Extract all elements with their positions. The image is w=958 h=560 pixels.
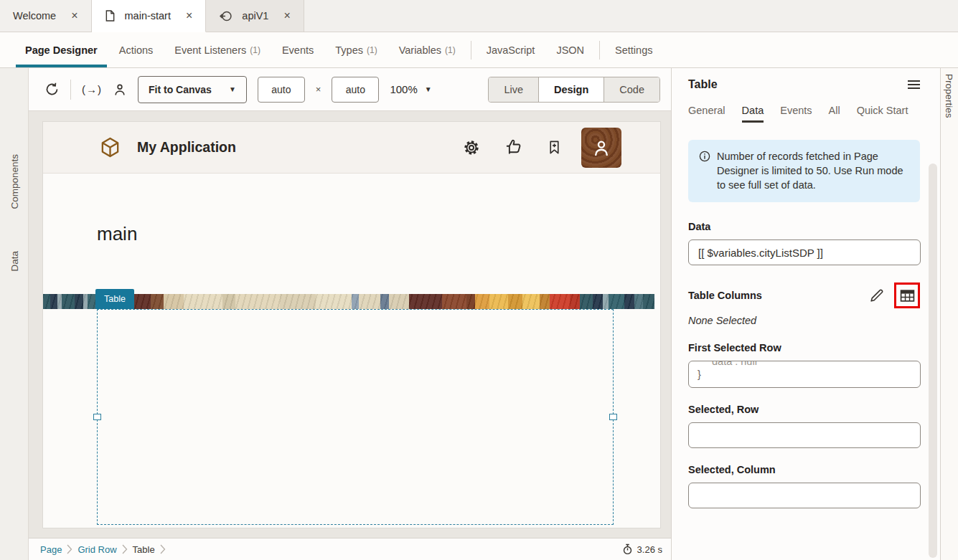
selected-column-label: Selected, Column [688, 464, 920, 475]
page-nav-bar: Page Designer Actions Event Listeners(1)… [0, 32, 958, 68]
thumbs-up-icon[interactable] [504, 138, 523, 157]
close-icon[interactable]: × [283, 9, 290, 22]
properties-title: Table [688, 78, 718, 91]
design-canvas: My Application main [29, 111, 671, 538]
chevron-right-icon [122, 544, 128, 554]
nav-divider [599, 41, 600, 60]
chevron-down-icon: ▼ [425, 85, 432, 93]
table-selection-outline[interactable] [97, 309, 614, 525]
rail-tab-data[interactable]: Data [9, 251, 19, 272]
selected-column-input[interactable] [688, 483, 921, 508]
dimension-separator: × [316, 84, 321, 95]
count-badge: (1) [367, 45, 377, 55]
breadcrumb-table[interactable]: Table [133, 544, 155, 555]
resize-handle-right[interactable] [609, 414, 617, 420]
info-banner-text: Number of records fetched in Page Design… [717, 149, 907, 192]
tab-apiv1[interactable]: apiV1 × [206, 0, 304, 32]
structure-breadcrumb-bar: Page Grid Row Table 3.26 s [29, 538, 671, 560]
window-tab-bar: Welcome × main-start × apiV1 × [0, 0, 958, 32]
nav-events[interactable]: Events [271, 32, 324, 67]
nav-javascript[interactable]: JavaScript [476, 32, 546, 67]
chevron-right-icon [160, 544, 166, 554]
app-title: My Application [137, 139, 236, 156]
toolbar-divider [70, 80, 71, 100]
canvas-toolbar: (→) Fit to Canvas ▼ × 100% ▼ Live Design… [29, 68, 671, 111]
tab-welcome[interactable]: Welcome × [0, 0, 92, 32]
rail-tab-properties[interactable]: Properties [944, 74, 954, 118]
ptab-events[interactable]: Events [780, 105, 812, 123]
tab-apiv1-label: apiV1 [242, 10, 268, 22]
page-file-icon [105, 9, 116, 22]
first-selected-row-label: First Selected Row [688, 342, 920, 353]
data-expression-input[interactable] [688, 239, 921, 265]
breadcrumb-page[interactable]: Page [40, 544, 62, 555]
chevron-down-icon: ▼ [229, 85, 236, 93]
user-avatar[interactable] [581, 128, 621, 168]
canvas-width-input[interactable] [258, 77, 305, 103]
nav-types[interactable]: Types(1) [324, 32, 388, 67]
first-selected-row-field[interactable]: data : null } [688, 361, 921, 388]
left-rail: Components Data Structure [0, 68, 29, 560]
count-badge: (1) [250, 45, 260, 55]
nav-page-designer[interactable]: Page Designer [14, 32, 108, 67]
tab-welcome-label: Welcome [13, 10, 56, 22]
ptab-data[interactable]: Data [742, 105, 764, 123]
refresh-icon[interactable] [44, 82, 60, 97]
go-to-flow-icon[interactable]: (→) [82, 83, 102, 95]
ptab-general[interactable]: General [688, 105, 725, 123]
nav-variables[interactable]: Variables(1) [388, 32, 466, 67]
fit-to-canvas-select[interactable]: Fit to Canvas ▼ [138, 76, 247, 103]
render-timer-value: 3.26 s [637, 544, 662, 555]
canvas-height-input[interactable] [332, 77, 379, 103]
ptab-quick-start[interactable]: Quick Start [857, 105, 908, 123]
edit-pencil-icon[interactable] [869, 288, 884, 303]
table-header-image[interactable] [43, 294, 654, 309]
menu-icon[interactable] [908, 78, 920, 91]
zoom-select[interactable]: 100% ▼ [390, 83, 431, 95]
tab-bar-filler [304, 0, 958, 32]
first-selected-row-value-line2: } [698, 368, 911, 381]
nav-json[interactable]: JSON [545, 32, 595, 67]
user-preview-icon[interactable] [113, 82, 127, 97]
ptab-all[interactable]: All [829, 105, 840, 123]
first-selected-row-value-line1: data : null [698, 361, 911, 368]
nav-event-listeners[interactable]: Event Listeners(1) [164, 32, 271, 67]
app-header-icons [462, 128, 621, 168]
stopwatch-icon [622, 544, 633, 555]
properties-tabs: General Data Events All Quick Start [688, 105, 920, 123]
tab-main-start[interactable]: main-start × [92, 0, 207, 32]
tab-main-start-label: main-start [125, 10, 171, 22]
page-preview[interactable]: My Application main [43, 122, 660, 528]
service-connection-icon [219, 9, 233, 23]
designer-area: (→) Fit to Canvas ▼ × 100% ▼ Live Design… [29, 68, 671, 560]
selected-row-input[interactable] [688, 422, 921, 448]
mode-live-button[interactable]: Live [489, 77, 538, 102]
mode-design-button[interactable]: Design [538, 77, 604, 102]
app-cube-icon [99, 136, 121, 158]
selected-row-label: Selected, Row [688, 404, 920, 415]
gear-icon[interactable] [462, 138, 481, 157]
column-picker-grid-icon[interactable] [900, 289, 915, 303]
resize-handle-left[interactable] [93, 414, 101, 420]
mode-switcher: Live Design Code [488, 77, 660, 103]
table-columns-status: None Selected [688, 315, 920, 326]
info-banner: Number of records fetched in Page Design… [688, 140, 920, 202]
app-header: My Application [43, 122, 660, 174]
close-icon[interactable]: × [186, 9, 192, 22]
right-rail: Properties [940, 68, 958, 560]
highlight-box [894, 283, 920, 308]
close-icon[interactable]: × [71, 9, 78, 22]
bookmark-add-icon[interactable] [546, 139, 563, 156]
mode-code-button[interactable]: Code [604, 77, 659, 102]
nav-settings[interactable]: Settings [604, 32, 663, 67]
chevron-right-icon [67, 544, 72, 554]
table-columns-label: Table Columns [688, 290, 869, 301]
rail-tab-components[interactable]: Components [9, 154, 19, 209]
selected-component-tag[interactable]: Table [95, 289, 134, 309]
nav-actions[interactable]: Actions [108, 32, 164, 67]
render-timer: 3.26 s [622, 544, 662, 555]
breadcrumb-grid-row[interactable]: Grid Row [78, 544, 116, 555]
page-heading: main [97, 223, 137, 245]
count-badge: (1) [445, 45, 456, 55]
panel-scrollbar[interactable] [929, 163, 937, 558]
